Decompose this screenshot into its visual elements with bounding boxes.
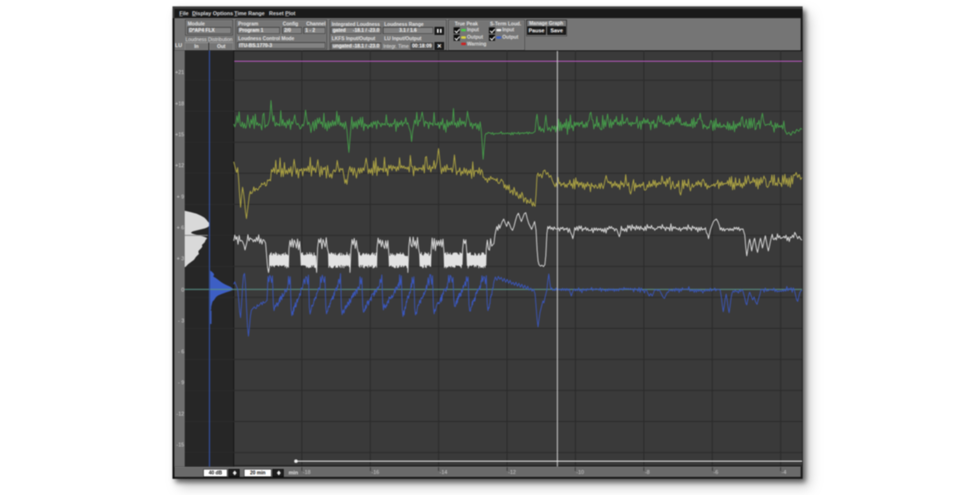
svg-text:+21: +21 — [175, 69, 184, 75]
svg-text:-12: -12 — [176, 411, 184, 417]
svg-text:- 9: - 9 — [178, 379, 184, 385]
svg-text:+15: +15 — [175, 131, 184, 137]
svg-text:+18: +18 — [175, 100, 184, 106]
svg-text:- 6: - 6 — [178, 348, 184, 354]
svg-text:+ 6: + 6 — [176, 224, 184, 230]
svg-text:+12: +12 — [175, 162, 184, 168]
svg-text:+ 9: + 9 — [176, 194, 184, 199]
svg-text:- 3: - 3 — [178, 318, 184, 323]
svg-text:+ 3: + 3 — [176, 255, 184, 261]
svg-text:-15: -15 — [176, 442, 184, 447]
svg-text:0: 0 — [181, 287, 184, 293]
